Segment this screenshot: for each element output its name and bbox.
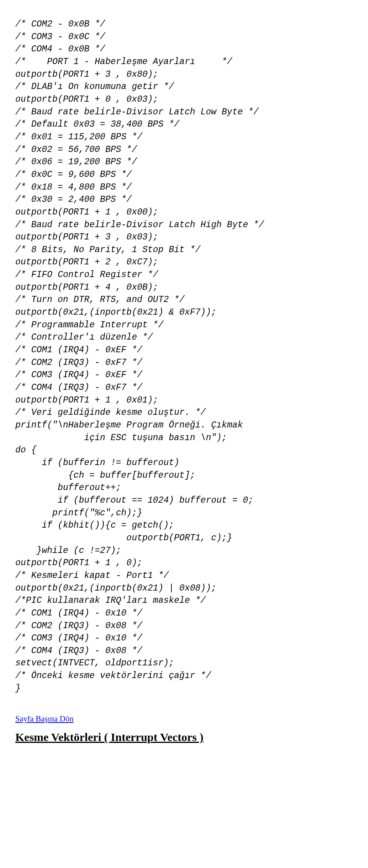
source-code-block: /* COM2 - 0x0B */ /* COM3 - 0x0C */ /* C… [15, 18, 353, 695]
back-to-top-link[interactable]: Sayfa Başına Dön [15, 714, 74, 723]
section-heading: Kesme Vektörleri ( Interrupt Vectors ) [15, 731, 353, 744]
